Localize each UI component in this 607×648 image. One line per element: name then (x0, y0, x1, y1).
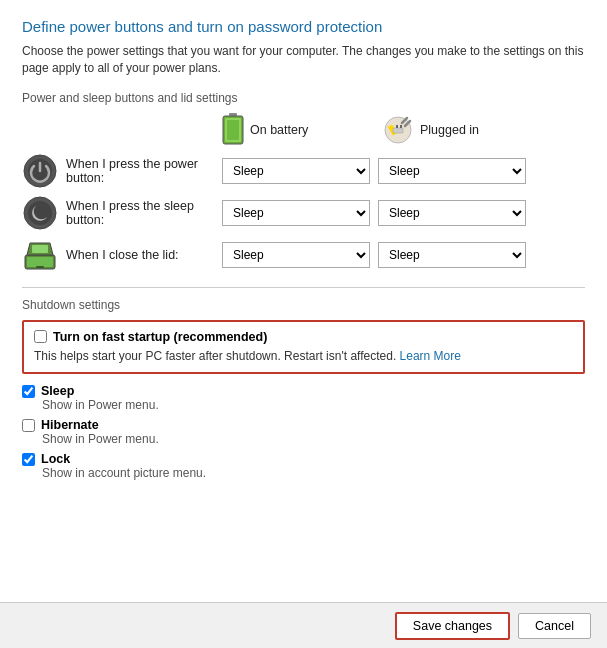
on-battery-header: On battery (222, 113, 382, 147)
sleep-button-label: When I press the sleep button: (66, 199, 222, 227)
sleep-button-icon (22, 195, 58, 231)
sleep-plugged-dropdown[interactable]: Do nothing Sleep Hibernate Shut down (378, 200, 526, 226)
sleep-plugged-dropdown-wrap: Do nothing Sleep Hibernate Shut down (378, 200, 526, 226)
save-button[interactable]: Save changes (395, 612, 510, 640)
lid-battery-dropdown-wrap: Do nothing Sleep Hibernate Shut down (222, 242, 370, 268)
lock-checkbox[interactable] (22, 453, 35, 466)
section-divider (22, 287, 585, 288)
lid-icon (22, 237, 58, 273)
power-sleep-section: Power and sleep buttons and lid settings… (22, 91, 585, 273)
power-button-icon (22, 153, 58, 189)
sleep-button-row: When I press the sleep button: Do nothin… (22, 195, 585, 231)
cancel-button[interactable]: Cancel (518, 613, 591, 639)
page-description: Choose the power settings that you want … (22, 43, 585, 77)
page-title: Define power buttons and turn on passwor… (22, 18, 585, 35)
plugged-in-label: Plugged in (420, 123, 479, 137)
hibernate-item-row: Hibernate (22, 418, 585, 432)
power-plugged-dropdown[interactable]: Do nothing Sleep Hibernate Shut down (378, 158, 526, 184)
fast-startup-checkbox[interactable] (34, 330, 47, 343)
svg-point-14 (28, 201, 52, 225)
column-headers: On battery Plugged in (222, 113, 585, 147)
power-plugged-dropdown-wrap: Do nothing Sleep Hibernate Shut down (378, 158, 526, 184)
sleep-battery-dropdown-wrap: Do nothing Sleep Hibernate Shut down (222, 200, 370, 226)
fast-startup-description: This helps start your PC faster after sh… (34, 348, 573, 365)
battery-icon (222, 113, 244, 147)
learn-more-link[interactable]: Learn More (400, 349, 461, 363)
svg-rect-3 (227, 120, 239, 140)
lock-item-desc: Show in account picture menu. (42, 466, 585, 480)
on-battery-label: On battery (250, 123, 308, 137)
shutdown-section: Shutdown settings Turn on fast startup (… (22, 298, 585, 481)
power-battery-dropdown[interactable]: Do nothing Sleep Hibernate Shut down (222, 158, 370, 184)
lid-plugged-dropdown[interactable]: Do nothing Sleep Hibernate Shut down (378, 242, 526, 268)
fast-startup-box: Turn on fast startup (recommended) This … (22, 320, 585, 375)
power-battery-dropdown-wrap: Do nothing Sleep Hibernate Shut down (222, 158, 370, 184)
power-button-label: When I press the power button: (66, 157, 222, 185)
lid-label: When I close the lid: (66, 248, 222, 262)
sleep-item-label[interactable]: Sleep (41, 384, 74, 398)
hibernate-item-desc: Show in Power menu. (42, 432, 585, 446)
plugged-in-header: Plugged in (382, 115, 542, 145)
svg-rect-18 (36, 266, 44, 268)
lid-row: When I close the lid: Do nothing Sleep H… (22, 237, 585, 273)
shutdown-section-label: Shutdown settings (22, 298, 585, 312)
lid-battery-dropdown[interactable]: Do nothing Sleep Hibernate Shut down (222, 242, 370, 268)
svg-rect-17 (32, 245, 48, 253)
fast-startup-label[interactable]: Turn on fast startup (recommended) (53, 330, 267, 344)
sleep-checkbox[interactable] (22, 385, 35, 398)
lid-plugged-dropdown-wrap: Do nothing Sleep Hibernate Shut down (378, 242, 526, 268)
hibernate-item-label[interactable]: Hibernate (41, 418, 99, 432)
power-sleep-section-label: Power and sleep buttons and lid settings (22, 91, 585, 105)
lock-item: Lock Show in account picture menu. (22, 452, 585, 480)
svg-rect-9 (396, 125, 398, 128)
fast-startup-row: Turn on fast startup (recommended) (34, 330, 573, 344)
hibernate-checkbox[interactable] (22, 419, 35, 432)
svg-rect-10 (400, 125, 402, 128)
power-button-row: When I press the power button: Do nothin… (22, 153, 585, 189)
sleep-item: Sleep Show in Power menu. (22, 384, 585, 412)
hibernate-item: Hibernate Show in Power menu. (22, 418, 585, 446)
sleep-battery-dropdown[interactable]: Do nothing Sleep Hibernate Shut down (222, 200, 370, 226)
svg-rect-8 (393, 128, 403, 133)
sleep-item-desc: Show in Power menu. (42, 398, 585, 412)
settings-page: Define power buttons and turn on passwor… (0, 0, 607, 648)
lock-item-label[interactable]: Lock (41, 452, 70, 466)
svg-rect-16 (27, 257, 53, 267)
bottom-bar: Save changes Cancel (0, 602, 607, 648)
sleep-item-row: Sleep (22, 384, 585, 398)
plug-icon (382, 115, 414, 145)
lock-item-row: Lock (22, 452, 585, 466)
